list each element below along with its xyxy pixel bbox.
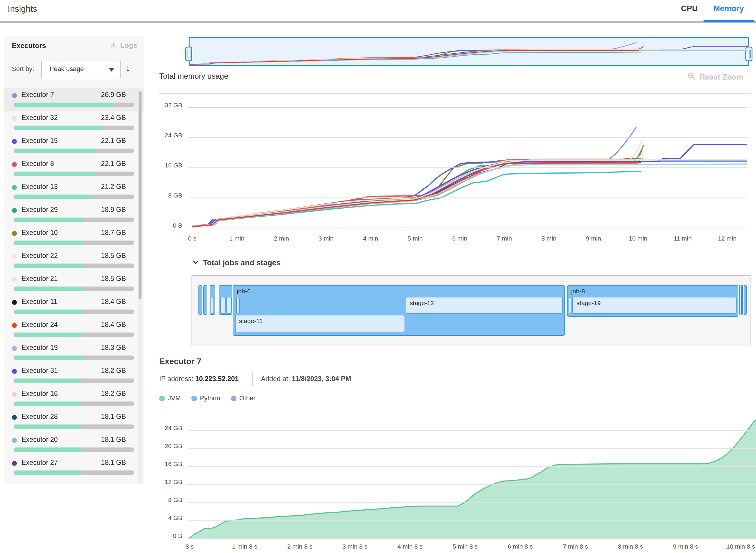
job-bar[interactable] (739, 285, 741, 315)
x-axis-label: 9 min 8 s (673, 543, 698, 550)
scrollbar-track[interactable] (138, 88, 142, 484)
memory-chart-title: Total memory usage (159, 72, 228, 81)
memory-series-line (192, 144, 747, 226)
stage-bar[interactable] (569, 297, 572, 314)
executor-usage-fill (14, 470, 81, 475)
tab-memory[interactable]: Memory (706, 4, 751, 13)
chevron-down-icon (192, 260, 199, 266)
executor-usage-fill (14, 126, 100, 130)
job-bar[interactable] (744, 285, 747, 315)
memory-series-line (192, 162, 640, 226)
logs-button[interactable]: Logs (110, 41, 137, 50)
sort-dropdown-value: Peak usage (50, 65, 84, 73)
executor-name: Executor 13 (21, 183, 58, 191)
executor-row[interactable]: Executor 3223.4 GB (4, 111, 144, 135)
executor-row[interactable]: Executor 2418.4 GB (4, 318, 144, 341)
scrollbar-thumb[interactable] (139, 91, 142, 299)
y-axis-label: 8 GB (156, 496, 182, 503)
executor-name: Executor 19 (21, 344, 58, 352)
stage-bar[interactable] (211, 297, 214, 314)
reset-zoom-button[interactable]: Reset Zoom (687, 72, 743, 83)
executor-row[interactable]: Executor 2218.5 GB (4, 249, 144, 272)
legend-item[interactable]: Python (192, 394, 220, 402)
executor-ip: IP address: 10.223.52.201 (159, 375, 238, 383)
zoom-brush-area[interactable] (189, 37, 749, 66)
added-value: 11/8/2023, 3:04 PM (292, 375, 351, 383)
executor-row[interactable]: Executor 726.9 GB (4, 88, 144, 111)
memory-series-line (192, 158, 640, 226)
executor-row[interactable]: Executor 2818.1 GB (4, 410, 144, 433)
executor-row[interactable]: Executor 1522.1 GB (4, 135, 144, 157)
gridline (188, 448, 756, 449)
executor-color-dot (12, 254, 17, 259)
job-bar[interactable] (741, 285, 743, 315)
x-axis-label: 2 min (274, 235, 289, 242)
sort-direction-button[interactable]: ↓ (125, 62, 130, 74)
gridline (188, 228, 747, 228)
executor-usage-fill (14, 263, 83, 268)
x-axis-label: 5 min 8 s (453, 543, 478, 550)
stage-bar-stage-12[interactable]: stage-12 (406, 297, 562, 314)
executor-usage-bar (14, 218, 134, 222)
tab-cpu[interactable]: CPU (675, 4, 703, 13)
executor-usage-bar (14, 332, 134, 337)
x-axis-label: 4 min 8 s (397, 543, 423, 550)
executor-row[interactable]: Executor 2018.1 GB (4, 433, 144, 456)
executor-row[interactable]: Executor 1118.4 GB (4, 295, 144, 318)
job-bar[interactable] (203, 285, 207, 315)
legend-item[interactable]: JVM (159, 394, 181, 402)
stage-bar-stage-11[interactable]: stage-11 (235, 315, 405, 332)
executor-usage-fill (14, 448, 81, 452)
jobs-section-toggle[interactable]: Total jobs and stages (192, 258, 281, 267)
sort-dropdown[interactable]: Peak usage (41, 60, 121, 79)
executor-usage-fill (14, 172, 96, 176)
executor-usage-fill (14, 194, 92, 199)
stage-bar[interactable] (236, 297, 240, 314)
job-bar[interactable] (199, 285, 203, 315)
brush-handle-right[interactable] (745, 47, 752, 61)
executor-row[interactable]: Executor 1321.2 GB (4, 180, 144, 204)
stage-bar[interactable] (220, 297, 226, 314)
executor-color-dot (12, 231, 17, 236)
gridline (188, 107, 747, 108)
memory-series-line (192, 145, 644, 227)
legend-item[interactable]: Other (231, 394, 256, 402)
x-axis-label: 7 min (497, 235, 512, 242)
executor-color-dot (12, 162, 17, 167)
executor-row[interactable]: Executor 2718.1 GB (4, 456, 144, 479)
legend-dot (231, 396, 236, 401)
x-axis-label: 6 min (452, 235, 467, 242)
executor-peak-value: 18.1 GB (101, 459, 126, 467)
executor-row[interactable]: Executor 2118.5 GB (4, 272, 144, 295)
memory-lines (192, 128, 747, 227)
memory-series-line (192, 160, 747, 227)
gridline (188, 137, 747, 138)
executor-usage-fill (14, 218, 84, 222)
x-axis-label: 8 min (541, 235, 556, 242)
executor-usage-bar (14, 149, 134, 153)
executor-peak-value: 23.4 GB (101, 114, 126, 122)
stage-bar-stage-19[interactable]: stage-19 (572, 297, 736, 314)
executor-color-dot (12, 139, 17, 144)
executor-name: Executor 7 (21, 91, 54, 99)
brush-handle-left[interactable] (185, 47, 192, 61)
stage-bar[interactable] (226, 297, 232, 314)
executor-row[interactable]: Executor 1918.3 GB (4, 341, 144, 364)
x-axis-label: 1 min 8 s (232, 543, 257, 550)
executor-usage-fill (14, 356, 82, 360)
gridline (188, 538, 756, 539)
stage-label: stage-12 (410, 300, 434, 307)
executor-color-dot (12, 323, 17, 328)
gridline (188, 520, 756, 521)
executor-row[interactable]: Executor 2918.9 GB (4, 204, 144, 226)
executor-row[interactable]: Executor 822.1 GB (4, 157, 144, 180)
legend-dot (159, 396, 165, 401)
executor-row[interactable]: Executor 1018.7 GB (4, 226, 144, 249)
executor-row[interactable]: Executor 1618.2 GB (4, 387, 144, 410)
executor-row[interactable]: Executor 3118.2 GB (4, 364, 144, 387)
x-axis-label: 2 min 8 s (287, 543, 312, 550)
executor-name: Executor 20 (21, 436, 58, 444)
executor-name: Executor 22 (21, 252, 58, 260)
insights-page: Insights CPU Memory Executors Logs Sort … (0, 0, 756, 553)
executor-usage-fill (14, 310, 82, 314)
